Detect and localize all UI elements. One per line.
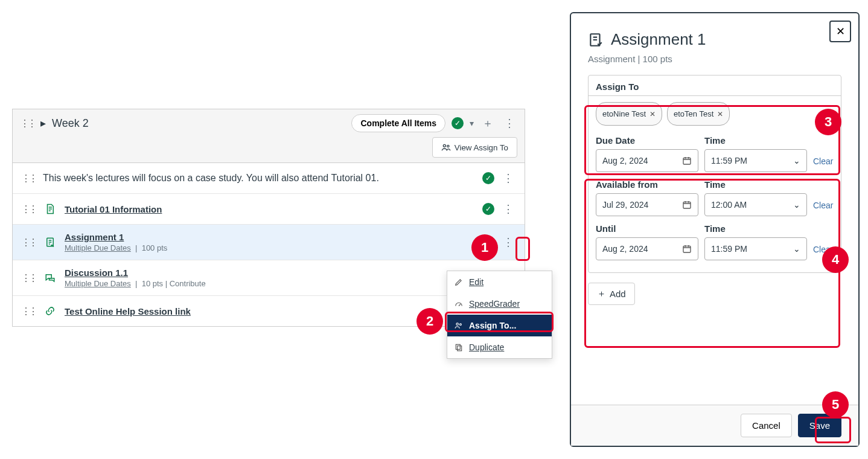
published-check-icon: ✓ — [482, 203, 494, 215]
drag-handle-icon[interactable] — [21, 272, 36, 284]
menu-duplicate[interactable]: Duplicate — [447, 336, 552, 358]
copy-icon — [455, 343, 463, 351]
module-title: Week 2 — [52, 117, 89, 130]
expand-caret-icon[interactable]: ▸ — [40, 117, 46, 130]
svg-point-3 — [456, 323, 459, 326]
chevron-down-icon: ⌄ — [793, 200, 800, 210]
svg-rect-10 — [683, 246, 691, 252]
clear-due-link[interactable]: Clear — [813, 156, 843, 172]
available-from-label: Available from — [596, 179, 698, 190]
add-assignee-button[interactable]: ＋ Add — [588, 283, 635, 305]
assignee-chip: etoNine Test ✕ — [596, 102, 662, 126]
svg-rect-8 — [683, 158, 691, 164]
menu-assign-to[interactable]: Assign To... — [447, 315, 552, 336]
chevron-down-icon: ⌄ — [793, 244, 800, 254]
due-time-input[interactable]: 11:59 PM ⌄ — [704, 149, 807, 172]
annotation-badge-5: 5 — [822, 391, 849, 418]
assignment-icon — [43, 237, 57, 248]
assign-to-label: Assign To — [589, 75, 841, 95]
svg-point-0 — [443, 144, 445, 147]
menu-speedgrader[interactable]: SpeedGrader — [447, 293, 552, 315]
plus-icon: ＋ — [597, 288, 606, 300]
close-icon: ✕ — [836, 25, 845, 38]
module-header: ▸ Week 2 Complete All Items ✓ ▾ ＋ ⋮ View… — [13, 109, 525, 163]
module-item-link[interactable]: Tutorial 01 Information — [65, 204, 162, 214]
module-item-page: Tutorial 01 Information ✓ ⋮ — [13, 194, 525, 225]
drag-handle-icon[interactable] — [21, 237, 36, 248]
publish-dropdown-caret-icon[interactable]: ▾ — [470, 118, 474, 128]
svg-rect-9 — [683, 202, 691, 208]
time-label: Time — [704, 135, 807, 146]
from-time-input[interactable]: 12:00 AM ⌄ — [704, 193, 807, 216]
until-date-input[interactable]: Aug 2, 2024 — [596, 237, 698, 260]
calendar-icon — [682, 244, 692, 254]
time-label: Time — [704, 179, 807, 190]
module-item-link[interactable]: Assignment 1 — [65, 232, 124, 242]
annotation-badge-1: 1 — [471, 234, 498, 261]
tray-subtitle: Assignment | 100 pts — [588, 54, 841, 64]
menu-edit[interactable]: Edit — [447, 271, 552, 293]
pencil-icon — [455, 278, 463, 286]
published-check-icon: ✓ — [482, 172, 494, 184]
module-item-assignment: Assignment 1 Multiple Due Dates | 100 pt… — [13, 225, 525, 260]
assignee-chip: etoTen Test ✕ — [667, 102, 730, 126]
view-assign-to-button[interactable]: View Assign To — [432, 137, 517, 158]
module-kebab-icon[interactable]: ⋮ — [502, 115, 517, 131]
drag-handle-icon[interactable] — [21, 204, 36, 215]
calendar-icon — [682, 156, 692, 165]
time-label: Time — [704, 223, 807, 234]
module-item-title: This week's lectures will focus on a cas… — [43, 173, 379, 183]
people-icon — [455, 321, 463, 330]
people-icon — [441, 143, 451, 152]
chip-remove-icon[interactable]: ✕ — [717, 110, 723, 118]
item-context-menu: Edit SpeedGrader Assign To... Duplicate — [447, 271, 552, 359]
annotation-badge-4: 4 — [822, 246, 849, 273]
assign-to-tray: ✕ Assignment 1 Assignment | 100 pts Assi… — [570, 12, 860, 447]
gauge-icon — [455, 300, 463, 308]
drag-handle-icon[interactable] — [21, 306, 36, 317]
calendar-icon — [682, 200, 692, 210]
svg-point-1 — [447, 145, 448, 147]
complete-all-button[interactable]: Complete All Items — [351, 114, 445, 132]
module-item-meta: Multiple Due Dates | 100 pts — [65, 243, 493, 252]
chevron-down-icon: ⌄ — [793, 156, 800, 165]
drag-handle-icon[interactable] — [21, 173, 36, 184]
annotation-badge-2: 2 — [416, 308, 443, 335]
svg-rect-6 — [458, 346, 462, 351]
tray-title: Assignment 1 — [588, 30, 841, 49]
due-date-label: Due Date — [596, 135, 698, 146]
assignment-icon — [588, 32, 604, 48]
clear-from-link[interactable]: Clear — [813, 201, 843, 216]
item-kebab-icon[interactable]: ⋮ — [500, 234, 516, 250]
discussion-icon — [43, 272, 57, 283]
link-icon — [43, 306, 57, 316]
assign-to-input[interactable]: etoNine Test ✕ etoTen Test ✕ — [589, 95, 841, 132]
from-date-input[interactable]: Jul 29, 2024 — [596, 193, 698, 216]
until-time-input[interactable]: 11:59 PM ⌄ — [704, 237, 807, 260]
add-item-icon[interactable]: ＋ — [480, 115, 496, 132]
cancel-button[interactable]: Cancel — [741, 414, 792, 437]
due-date-input[interactable]: Aug 2, 2024 — [596, 149, 698, 172]
svg-point-4 — [459, 324, 461, 326]
module-item-meta: Multiple Due Dates | 10 pts | Contribute — [65, 279, 493, 288]
annotation-badge-3: 3 — [815, 109, 841, 135]
close-button[interactable]: ✕ — [829, 21, 851, 42]
module-item-text: This week's lectures will focus on a cas… — [13, 163, 525, 194]
chip-remove-icon[interactable]: ✕ — [649, 110, 656, 118]
module-item-link[interactable]: Discussion 1.1 — [65, 268, 128, 278]
item-kebab-icon[interactable]: ⋮ — [500, 201, 516, 217]
published-check-icon[interactable]: ✓ — [452, 117, 464, 129]
drag-handle-icon[interactable] — [20, 118, 34, 129]
until-label: Until — [596, 223, 698, 234]
page-icon — [43, 204, 57, 214]
module-item-link[interactable]: Test Online Help Session link — [65, 306, 191, 316]
assign-card: Assign To etoNine Test ✕ etoTen Test ✕ D… — [588, 75, 841, 273]
svg-rect-5 — [456, 344, 460, 349]
item-kebab-icon[interactable]: ⋮ — [500, 170, 516, 186]
